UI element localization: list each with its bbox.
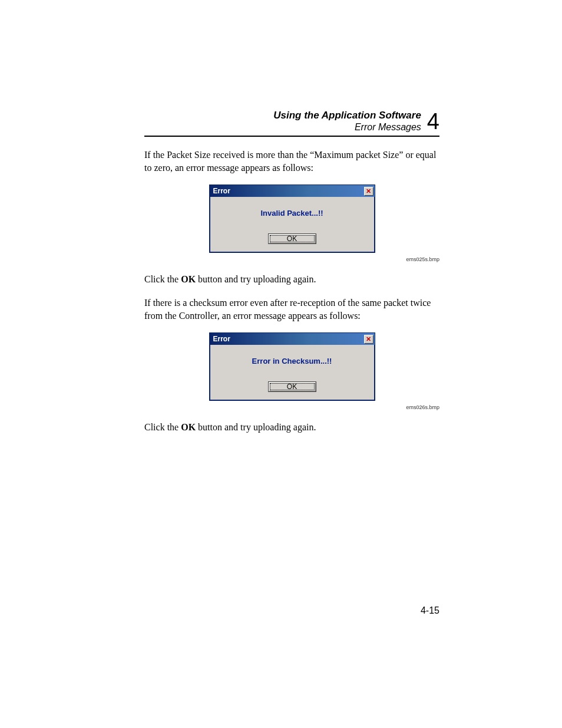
header-titles: Using the Application Software Error Mes… bbox=[273, 109, 421, 133]
dialog-2-body: Error in Checksum...!! OK bbox=[210, 345, 375, 400]
p2-part-a: Click the bbox=[144, 274, 181, 284]
p2-part-b: OK bbox=[181, 274, 196, 284]
dialog-1-body: Invalid Packet...!! OK bbox=[210, 197, 375, 252]
dialog-2-close-button[interactable]: ✕ bbox=[364, 335, 373, 344]
dialog-1-message: Invalid Packet...!! bbox=[216, 209, 369, 218]
page-content: Using the Application Software Error Mes… bbox=[0, 0, 562, 434]
figure-2-caption: ems026s.bmp bbox=[144, 404, 439, 410]
header-title: Using the Application Software bbox=[273, 109, 421, 121]
paragraph-action-2: Click the OK button and try uploading ag… bbox=[144, 421, 439, 434]
dialog-2-titlebar: Error ✕ bbox=[210, 333, 375, 345]
figure-2-row: Error ✕ Error in Checksum...!! OK bbox=[144, 332, 439, 401]
paragraph-intro-1: If the Packet Size received is more than… bbox=[144, 149, 439, 174]
close-icon: ✕ bbox=[366, 188, 371, 195]
error-dialog-2: Error ✕ Error in Checksum...!! OK bbox=[209, 332, 375, 401]
figure-1-caption: ems025s.bmp bbox=[144, 256, 439, 262]
chapter-number: 4 bbox=[427, 110, 439, 133]
dialog-1-title: Error bbox=[213, 187, 230, 195]
dialog-2-title: Error bbox=[213, 335, 230, 343]
dialog-2-message: Error in Checksum...!! bbox=[216, 357, 369, 365]
paragraph-intro-2: If there is a checksum error even after … bbox=[144, 297, 439, 322]
error-dialog-1: Error ✕ Invalid Packet...!! OK bbox=[209, 185, 375, 253]
header-inner: Using the Application Software Error Mes… bbox=[144, 109, 439, 133]
paragraph-action-1: Click the OK button and try uploading ag… bbox=[144, 273, 439, 286]
p2-part-c: button and try uploading again. bbox=[196, 274, 316, 284]
figure-1-row: Error ✕ Invalid Packet...!! OK bbox=[144, 185, 439, 253]
dialog-1-ok-button[interactable]: OK bbox=[268, 233, 316, 244]
dialog-1-close-button[interactable]: ✕ bbox=[364, 187, 373, 196]
page-number: 4-15 bbox=[421, 605, 439, 616]
p4-part-a: Click the bbox=[144, 422, 181, 432]
header-subtitle: Error Messages bbox=[273, 121, 421, 133]
dialog-1-titlebar: Error ✕ bbox=[210, 185, 375, 197]
close-icon: ✕ bbox=[366, 336, 371, 342]
figure-2: Error ✕ Error in Checksum...!! OK bbox=[144, 332, 439, 401]
dialog-2-ok-button[interactable]: OK bbox=[268, 381, 316, 392]
p4-part-c: button and try uploading again. bbox=[196, 422, 316, 432]
page-header: Using the Application Software Error Mes… bbox=[144, 109, 439, 137]
p4-part-b: OK bbox=[181, 422, 196, 432]
figure-1: Error ✕ Invalid Packet...!! OK bbox=[144, 185, 439, 253]
